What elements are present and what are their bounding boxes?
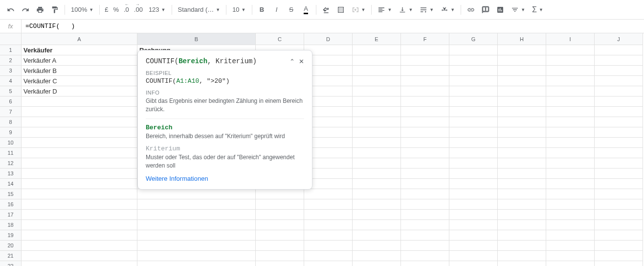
cell-E6[interactable] xyxy=(353,97,401,107)
insert-chart-button[interactable] xyxy=(493,3,507,17)
cell-F22[interactable] xyxy=(401,261,449,266)
cell-E18[interactable] xyxy=(353,220,401,230)
cell-F13[interactable] xyxy=(401,169,449,179)
cell-D19[interactable] xyxy=(304,230,353,241)
row-header-9[interactable]: 9 xyxy=(0,127,22,138)
col-header-J[interactable]: J xyxy=(595,33,643,45)
cell-A16[interactable] xyxy=(22,199,137,210)
cell-G17[interactable] xyxy=(449,210,498,220)
cell-F7[interactable] xyxy=(401,107,449,117)
cell-J11[interactable] xyxy=(595,148,643,158)
cell-G16[interactable] xyxy=(449,199,498,210)
currency-button[interactable]: £ xyxy=(103,6,110,13)
cell-I1[interactable] xyxy=(546,45,595,55)
cell-G19[interactable] xyxy=(449,230,498,241)
row-header-1[interactable]: 1 xyxy=(0,45,22,55)
decrease-decimal-button[interactable]: ←.0 xyxy=(122,6,131,13)
bold-button[interactable]: B xyxy=(255,3,269,17)
cell-B22[interactable] xyxy=(137,261,256,266)
strikethrough-button[interactable]: S xyxy=(285,3,298,17)
cell-I7[interactable] xyxy=(546,107,595,117)
cell-F21[interactable] xyxy=(401,251,449,261)
cell-G9[interactable] xyxy=(449,127,498,138)
cell-E5[interactable] xyxy=(353,86,401,97)
h-align-button[interactable]: ▼ xyxy=(375,4,395,16)
cell-H3[interactable] xyxy=(498,66,546,76)
cell-J14[interactable] xyxy=(595,179,643,189)
cell-E10[interactable] xyxy=(353,138,401,148)
cell-J18[interactable] xyxy=(595,220,643,230)
cell-F6[interactable] xyxy=(401,97,449,107)
text-color-button[interactable]: A xyxy=(299,3,313,17)
row-header-21[interactable]: 21 xyxy=(0,251,22,261)
cell-H10[interactable] xyxy=(498,138,546,148)
cell-G15[interactable] xyxy=(449,189,498,199)
cell-H21[interactable] xyxy=(498,251,546,261)
cell-I13[interactable] xyxy=(546,169,595,179)
cell-H11[interactable] xyxy=(498,148,546,158)
cell-J19[interactable] xyxy=(595,230,643,241)
cell-H5[interactable] xyxy=(498,86,546,97)
undo-button[interactable] xyxy=(4,3,18,17)
col-header-D[interactable]: D xyxy=(304,33,353,45)
cell-A15[interactable] xyxy=(22,189,137,199)
row-header-17[interactable]: 17 xyxy=(0,210,22,220)
cell-I12[interactable] xyxy=(546,158,595,169)
col-header-A[interactable]: A xyxy=(22,33,137,45)
font-size-select[interactable]: 10▼ xyxy=(229,4,248,16)
cell-F9[interactable] xyxy=(401,127,449,138)
cell-C17[interactable] xyxy=(256,210,304,220)
cell-E8[interactable] xyxy=(353,117,401,127)
row-header-19[interactable]: 19 xyxy=(0,230,22,241)
cell-I3[interactable] xyxy=(546,66,595,76)
cell-A12[interactable] xyxy=(22,158,137,169)
cell-J12[interactable] xyxy=(595,158,643,169)
formula-input[interactable] xyxy=(22,20,644,33)
cell-I21[interactable] xyxy=(546,251,595,261)
cell-J15[interactable] xyxy=(595,189,643,199)
cell-A14[interactable] xyxy=(22,179,137,189)
fill-color-button[interactable] xyxy=(319,3,333,17)
cell-H7[interactable] xyxy=(498,107,546,117)
cell-F2[interactable] xyxy=(401,55,449,66)
cell-E20[interactable] xyxy=(353,241,401,251)
cell-F12[interactable] xyxy=(401,158,449,169)
close-icon[interactable]: ✕ xyxy=(299,58,304,65)
cell-J17[interactable] xyxy=(595,210,643,220)
cell-A4[interactable]: Verkäufer C xyxy=(22,76,137,86)
cell-F11[interactable] xyxy=(401,148,449,158)
col-header-F[interactable]: F xyxy=(401,33,449,45)
cell-F14[interactable] xyxy=(401,179,449,189)
row-header-14[interactable]: 14 xyxy=(0,179,22,189)
cell-A8[interactable] xyxy=(22,117,137,127)
cell-C16[interactable] xyxy=(256,199,304,210)
select-all-corner[interactable] xyxy=(0,33,22,45)
number-format-select[interactable]: 123▼ xyxy=(146,4,169,16)
cell-C18[interactable] xyxy=(256,220,304,230)
cell-J16[interactable] xyxy=(595,199,643,210)
cell-B19[interactable] xyxy=(137,230,256,241)
cell-E12[interactable] xyxy=(353,158,401,169)
merge-cells-button[interactable]: ▼ xyxy=(349,4,369,16)
cell-C22[interactable] xyxy=(256,261,304,266)
cell-A1[interactable]: Verkäufer xyxy=(22,45,137,55)
cell-J6[interactable] xyxy=(595,97,643,107)
cell-F16[interactable] xyxy=(401,199,449,210)
cell-G21[interactable] xyxy=(449,251,498,261)
cell-J8[interactable] xyxy=(595,117,643,127)
cell-I2[interactable] xyxy=(546,55,595,66)
cell-E2[interactable] xyxy=(353,55,401,66)
cell-G10[interactable] xyxy=(449,138,498,148)
cell-A19[interactable] xyxy=(22,230,137,241)
cell-F19[interactable] xyxy=(401,230,449,241)
cell-E22[interactable] xyxy=(353,261,401,266)
cell-E11[interactable] xyxy=(353,148,401,158)
cell-F3[interactable] xyxy=(401,66,449,76)
cell-J13[interactable] xyxy=(595,169,643,179)
cell-B20[interactable] xyxy=(137,241,256,251)
insert-link-button[interactable] xyxy=(464,3,478,17)
cell-F5[interactable] xyxy=(401,86,449,97)
cell-G13[interactable] xyxy=(449,169,498,179)
cell-I4[interactable] xyxy=(546,76,595,86)
cell-A21[interactable] xyxy=(22,251,137,261)
